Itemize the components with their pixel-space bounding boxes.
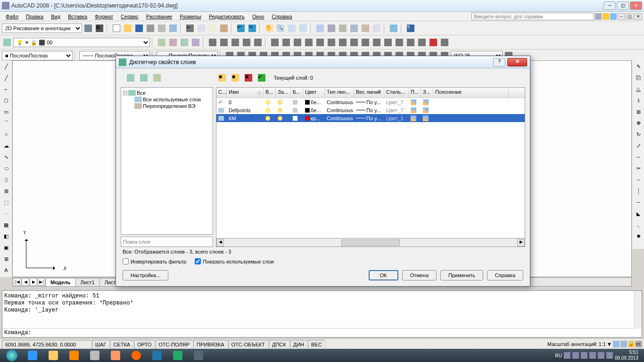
menu-modify[interactable]: Редактировать [205,13,248,20]
osnap-temp-button[interactable] [270,37,280,48]
osnap-ins-button[interactable] [405,37,416,48]
comm-icon[interactable] [610,13,617,20]
menu-help[interactable]: Справка [268,13,296,20]
col-color[interactable]: Цвет [303,88,325,98]
dyn-toggle[interactable]: ДИН [290,340,307,348]
osnap-cen-button[interactable] [338,37,348,48]
layer-selector[interactable]: 💡 ☀ 🔒 ⬛ 00 [13,38,150,47]
zoom-win-button[interactable] [287,23,297,33]
col-plotstyle[interactable]: Стиль... [384,88,409,98]
mail-task[interactable] [106,349,125,362]
layer-iso-button[interactable] [179,37,190,48]
layer-props-button[interactable] [2,37,12,48]
arc-button[interactable]: ⌒ [1,118,11,128]
tray-icon-1[interactable] [564,352,570,359]
ortho-toggle[interactable]: ОРТО [134,340,155,348]
excel-task[interactable] [168,349,188,362]
tab-nav-next[interactable]: ▶ [30,278,37,286]
ducs-toggle[interactable]: ДПСК [269,340,289,348]
copy-button[interactable] [196,23,206,33]
filter-tree[interactable]: − Все Все используемые слои Переопределе… [121,87,213,235]
ellipse-arc-button[interactable]: ⬯ [1,174,11,185]
col-lineweight[interactable]: Вес линий [354,88,384,98]
join-button[interactable]: ─ [633,197,644,207]
new-filter-button[interactable] [125,73,136,83]
wmp-task[interactable] [64,349,84,362]
tab-nav-last[interactable]: ▶| [38,278,45,286]
osnap-nea-button[interactable] [417,37,427,48]
workspace-selector[interactable]: 2D Рисование и аннотации [2,24,82,33]
settings-button[interactable]: Настройка... [123,270,168,280]
word-task[interactable] [147,349,167,362]
dialog-titlebar[interactable]: Диспетчер свойств слоев ? ✕ [116,56,530,68]
tray-icon-4[interactable] [589,352,596,359]
layer-tools-button[interactable] [190,37,201,48]
menu-insert[interactable]: Вставка [64,13,91,20]
osnap-end-button[interactable] [281,37,291,48]
sheet-set-button[interactable] [349,23,359,33]
osnap-tan-button[interactable] [360,37,371,48]
mirror-button[interactable]: ⧋ [633,84,644,94]
hp-task[interactable] [85,349,105,362]
menu-format[interactable]: Формат [91,13,117,20]
tree-root[interactable]: − Все [123,90,211,96]
layer-states-button[interactable] [152,73,162,83]
info-icon[interactable] [603,13,609,20]
help-dlg-button[interactable]: Справка [487,270,523,280]
cancel-button[interactable]: Отмена [402,270,437,280]
ws-gear-button[interactable]: ⚙ [94,23,105,33]
doc-close[interactable]: ✕ [635,13,642,20]
new-button[interactable] [111,23,122,33]
arc-tool-button[interactable] [230,37,240,48]
invert-filter-checkbox[interactable]: Инвертировать фильтр [123,258,186,264]
dialog-close-button[interactable]: ✕ [507,58,527,66]
redo-button[interactable]: ↷ [247,23,257,33]
osnap-per-button[interactable] [372,37,382,48]
tray-icon-5[interactable] [598,352,604,359]
tab-layout1[interactable]: Лист1 [75,278,100,286]
spline-button[interactable]: ∿ [1,152,11,162]
osnap-set-button[interactable] [439,37,450,48]
color-selector[interactable]: ■ ПослоюПослою [2,51,73,60]
firefox-task[interactable] [126,349,146,362]
scale-button[interactable]: ⤢ [633,140,644,151]
osnap-app-button[interactable] [315,37,325,48]
scroll-track[interactable] [224,239,517,246]
help-search-input[interactable] [471,13,594,20]
col-freeze[interactable]: За... [276,88,291,98]
layer-search-input[interactable] [121,237,213,247]
plot-preview-button[interactable] [157,23,167,33]
pline-button[interactable]: ⌐ [1,84,11,94]
layer-row[interactable]: КМ кр...Continuous По у...Цвет_1 [216,114,525,122]
command-input-row[interactable]: Команда: [2,329,642,337]
break-button[interactable]: ┊ [633,186,644,196]
undo-button[interactable]: ↶ [236,23,246,33]
copy-obj-button[interactable]: ⿻ [633,73,644,83]
coords-display[interactable]: 6091.8686, 4725.6630, 0.0000 [2,340,91,348]
menu-window[interactable]: Окно [248,13,268,20]
clean-screen-icon[interactable]: ▭ [636,341,642,347]
publish-button[interactable] [168,23,178,33]
layer-row[interactable]: ✔0 бе...Continuous По у...Цвет_7 [216,98,525,106]
make-block-button[interactable]: ⬚ [1,197,11,207]
help-button[interactable]: ? [405,23,416,33]
delete-layer-button[interactable]: ✖ [243,73,254,83]
new-layer-vp-button[interactable]: ✸ [230,73,240,83]
polygon-button[interactable]: ⬠ [1,95,11,106]
offset-button[interactable]: ⫴ [633,95,644,106]
cut-button[interactable]: ✂ [185,23,195,33]
cmd-scrollbar[interactable] [634,291,642,329]
tree-vp-overrides[interactable]: Переопределения ВЭ [134,103,211,109]
array-button[interactable]: ⊞ [633,107,644,117]
tray-volume-icon[interactable] [606,352,613,359]
new-layer-button[interactable]: ✸ [217,73,227,83]
paste-button[interactable] [207,23,218,33]
pan-button[interactable]: ✋ [264,23,274,33]
osnap-toggle[interactable]: ПРИВЯЗКА [193,340,227,348]
insert-block-button[interactable]: ⊞ [1,186,11,196]
show-used-checkbox[interactable]: Показать используемые слои [195,258,274,264]
save-button[interactable] [134,23,144,33]
properties-button[interactable] [315,23,325,33]
col-status[interactable]: С... [216,88,227,98]
clock[interactable]: 5:51 08.08.2013 [615,350,638,361]
